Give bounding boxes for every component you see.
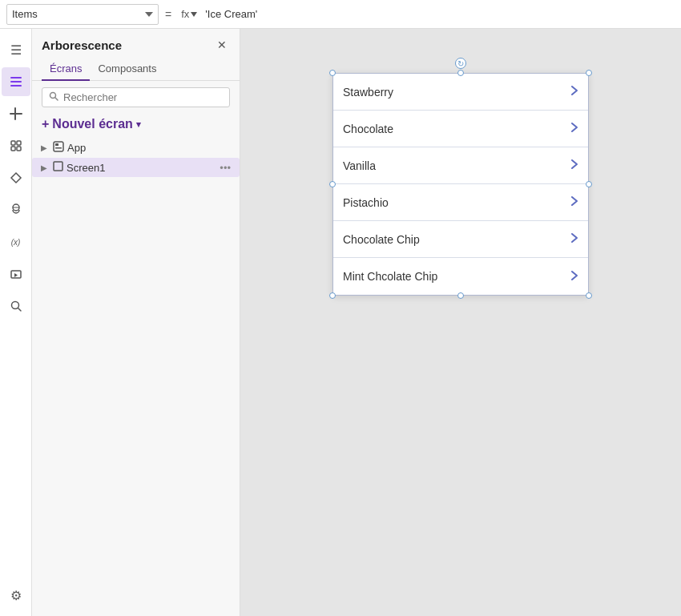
list-item-row[interactable]: Stawberry: [333, 74, 588, 111]
sidebar-variables-button[interactable]: (x): [2, 227, 30, 256]
list-item-row[interactable]: Chocolate: [333, 111, 588, 147]
formula-bar: Items = fx: [0, 0, 681, 29]
svg-rect-6: [17, 147, 21, 151]
formula-input[interactable]: [205, 4, 675, 25]
icon-sidebar: ☰ (x): [0, 29, 32, 616]
sidebar-hamburger-button[interactable]: ☰: [2, 35, 30, 64]
sidebar-layers-button[interactable]: [2, 67, 30, 96]
svg-rect-3: [11, 141, 15, 145]
list-container: StawberryChocolateVanillaPistachioChocol…: [333, 74, 588, 295]
list-item-label: Mint Chcolate Chip: [343, 270, 570, 283]
new-screen-label: Nouvel écran: [52, 117, 132, 131]
tree-item-label-app: App: [67, 142, 233, 154]
rotate-handle[interactable]: ↻: [455, 58, 466, 69]
tree-items: ▶ App ▶ Screen1 •••: [32, 138, 240, 616]
tree-item-more-screen1[interactable]: •••: [217, 162, 233, 174]
sidebar-data-button[interactable]: [2, 195, 30, 224]
list-item-label: Vanilla: [343, 159, 570, 172]
tree-search-box: [42, 87, 230, 107]
new-screen-chevron-icon: ▾: [136, 119, 141, 130]
svg-line-11: [18, 308, 21, 312]
tree-item-app[interactable]: ▶ App: [32, 138, 240, 158]
formula-fx-button[interactable]: fx: [178, 8, 200, 20]
svg-rect-14: [54, 142, 63, 151]
sidebar-media-button[interactable]: [2, 260, 30, 288]
svg-rect-16: [55, 147, 62, 149]
tree-search-icon: [49, 91, 58, 103]
sidebar-settings-button[interactable]: ⚙: [2, 581, 30, 610]
list-item-label: Pistachio: [343, 196, 570, 209]
svg-rect-1: [10, 81, 22, 83]
tree-search-input[interactable]: [63, 91, 223, 103]
sidebar-add-button[interactable]: [2, 99, 30, 128]
tree-item-label-screen1: Screen1: [66, 162, 214, 174]
list-item-label: Stawberry: [343, 86, 570, 99]
app-preview: ↻ StawberryChocolateVanillaPistachioChoc…: [332, 73, 589, 296]
tree-item-icon-app: [53, 141, 64, 155]
list-item-chevron-icon: [570, 122, 578, 135]
list-item-chevron-icon: [570, 159, 578, 172]
list-item-row[interactable]: Vanilla: [333, 147, 588, 184]
new-screen-plus-icon: +: [42, 117, 49, 131]
fx-label: fx: [181, 8, 189, 20]
list-item-chevron-icon: [570, 195, 578, 209]
tab-composants[interactable]: Composants: [90, 58, 164, 81]
canvas-area[interactable]: ↻ StawberryChocolateVanillaPistachioChoc…: [240, 29, 681, 616]
tree-tabs: Écrans Composants: [32, 58, 240, 81]
svg-line-13: [55, 98, 58, 100]
tree-item-arrow-screen1: ▶: [38, 163, 50, 172]
sidebar-components-button[interactable]: [2, 163, 30, 192]
sidebar-bottom: ⚙: [2, 581, 30, 610]
formula-bar-select[interactable]: Items: [6, 4, 159, 25]
sidebar-search-button[interactable]: [2, 292, 30, 320]
new-screen-button[interactable]: + Nouvel écran ▾: [32, 114, 240, 135]
svg-rect-2: [10, 85, 22, 87]
list-item-label: Chocolate Chip: [343, 233, 570, 246]
svg-rect-5: [11, 147, 15, 151]
list-item-row[interactable]: Mint Chcolate Chip: [333, 258, 588, 295]
list-item-chevron-icon: [570, 270, 578, 284]
tree-header: Arborescence ✕: [32, 29, 240, 58]
svg-rect-17: [54, 162, 62, 171]
svg-rect-0: [10, 77, 22, 79]
list-item-row[interactable]: Pistachio: [333, 184, 588, 221]
list-item-chevron-icon: [570, 232, 578, 246]
list-item-chevron-icon: [570, 85, 578, 99]
list-item-label: Chocolate: [343, 123, 570, 135]
tab-ecrans[interactable]: Écrans: [42, 58, 90, 81]
tree-panel: Arborescence ✕ Écrans Composants + Nouve…: [32, 29, 240, 616]
list-item-row[interactable]: Chocolate Chip: [333, 221, 588, 258]
tree-item-screen1[interactable]: ▶ Screen1 •••: [32, 158, 240, 177]
svg-rect-15: [55, 143, 58, 146]
tree-item-arrow-app: ▶: [38, 143, 50, 152]
main-layout: ☰ (x): [0, 29, 681, 616]
tree-close-button[interactable]: ✕: [214, 37, 230, 53]
tree-title: Arborescence: [42, 38, 122, 52]
formula-eq-sign: =: [163, 8, 173, 21]
svg-rect-4: [17, 141, 21, 145]
tree-item-icon-screen1: [53, 161, 63, 174]
sidebar-home-button[interactable]: [2, 131, 30, 160]
